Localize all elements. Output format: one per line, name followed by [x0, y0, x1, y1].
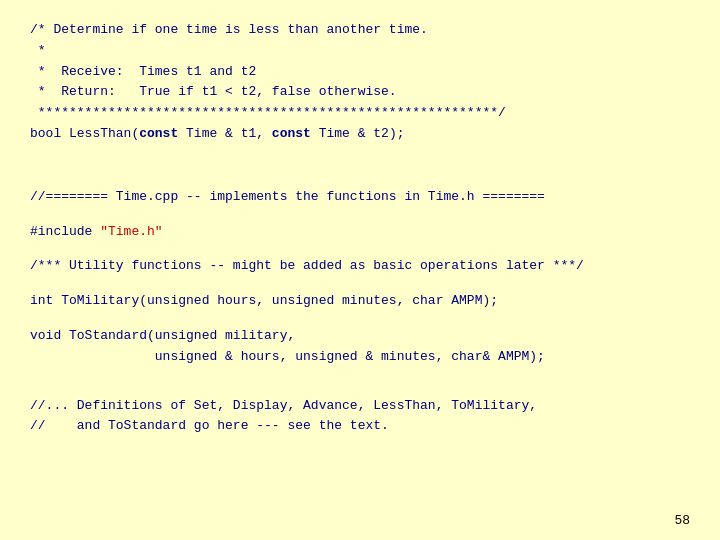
code-line: * Return: True if t1 < t2, false otherwi…	[30, 82, 690, 103]
code-block-7: //... Definitions of Set, Display, Advan…	[30, 396, 690, 438]
page-number: 58	[674, 513, 690, 528]
spacer	[30, 208, 690, 222]
code-block-5: int ToMilitary(unsigned hours, unsigned …	[30, 291, 690, 312]
code-block-6: void ToStandard(unsigned military, unsig…	[30, 326, 690, 368]
code-line: /*** Utility functions -- might be added…	[30, 256, 690, 277]
code-line: // and ToStandard go here --- see the te…	[30, 416, 690, 437]
spacer	[30, 382, 690, 396]
code-line: *	[30, 41, 690, 62]
spacer	[30, 277, 690, 291]
spacer	[30, 145, 690, 159]
code-line: /* Determine if one time is less than an…	[30, 20, 690, 41]
code-block-3: #include "Time.h"	[30, 222, 690, 243]
code-line: * Receive: Times t1 and t2	[30, 62, 690, 83]
spacer	[30, 159, 690, 173]
spacer	[30, 173, 690, 187]
code-block-2: //======== Time.cpp -- implements the fu…	[30, 187, 690, 208]
code-line: bool LessThan(const Time & t1, const Tim…	[30, 124, 690, 145]
code-line: #include "Time.h"	[30, 222, 690, 243]
spacer	[30, 368, 690, 382]
code-line: ****************************************…	[30, 103, 690, 124]
code-line: //======== Time.cpp -- implements the fu…	[30, 187, 690, 208]
code-line: unsigned & hours, unsigned & minutes, ch…	[30, 347, 690, 368]
code-line: //... Definitions of Set, Display, Advan…	[30, 396, 690, 417]
code-block-4: /*** Utility functions -- might be added…	[30, 256, 690, 277]
code-block-1: /* Determine if one time is less than an…	[30, 20, 690, 145]
code-line: void ToStandard(unsigned military,	[30, 326, 690, 347]
spacer	[30, 312, 690, 326]
spacer	[30, 242, 690, 256]
code-line: int ToMilitary(unsigned hours, unsigned …	[30, 291, 690, 312]
code-container: /* Determine if one time is less than an…	[0, 0, 720, 457]
